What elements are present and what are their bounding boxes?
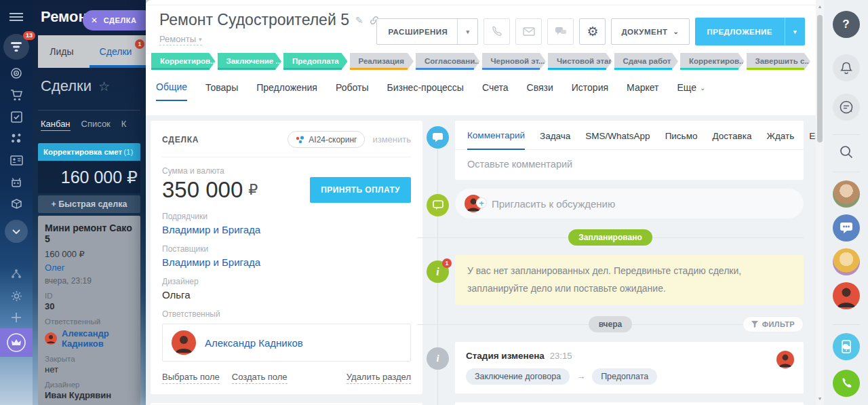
- tab-task[interactable]: Задача: [540, 130, 570, 149]
- stage-chip[interactable]: Согласовани...: [416, 53, 480, 70]
- extensions-dropdown[interactable]: ▾: [457, 19, 477, 44]
- comment-input[interactable]: Оставьте комментарий: [455, 150, 804, 180]
- edit-section-link[interactable]: изменить: [372, 134, 411, 144]
- sidebar-item-tasks[interactable]: [0, 106, 33, 128]
- responsible-name[interactable]: Александр Кадников: [205, 337, 303, 349]
- tab-wait[interactable]: Ждать: [766, 130, 794, 149]
- tab-more[interactable]: Еще⌄: [677, 81, 705, 101]
- tab-market[interactable]: Маркет: [627, 81, 658, 101]
- slider-close-pill[interactable]: ✕ СДЕЛКА: [83, 10, 154, 31]
- sidebar-item-robot[interactable]: [0, 171, 33, 193]
- tab-robots[interactable]: Роботы: [336, 81, 368, 101]
- sidebar-settings-icon[interactable]: [0, 285, 33, 307]
- scroll-up-arrow[interactable]: ▲: [816, 4, 824, 9]
- stage-chip[interactable]: Корректиров...: [680, 53, 745, 70]
- email-button[interactable]: [515, 18, 542, 45]
- kanban-background-page: Ремонт Лиды Сделки 1 Сделки ☆ Канбан Спи…: [33, 0, 146, 405]
- breadcrumb[interactable]: Ремонты ▾: [159, 34, 202, 45]
- timeline-entry[interactable]: i Стадия изменена 23:15 Корректировка см…: [417, 402, 804, 405]
- create-field-link[interactable]: Создать поле: [232, 372, 288, 384]
- sidebar-item-premium[interactable]: [0, 328, 33, 357]
- invite-box[interactable]: + Пригласить к обсуждению: [455, 189, 804, 218]
- scrollbar-thumb[interactable]: [817, 15, 823, 142]
- stage-chip[interactable]: Корректиров...: [151, 53, 216, 70]
- deal-kanban-card[interactable]: Мини ремонт Сако 5 160 000 ₽ Олег вчера,…: [38, 216, 140, 405]
- offer-button[interactable]: ПРЕДЛОЖЕНИЕ ▾: [695, 18, 806, 45]
- document-button[interactable]: ДОКУМЕНТ ⌄: [611, 18, 689, 45]
- ai-scoring-pill[interactable]: AI24-скоринг: [288, 131, 365, 148]
- sidebar-item-contacts[interactable]: [0, 149, 33, 171]
- sidebar-item-crm[interactable]: 13: [3, 34, 29, 60]
- responsible-field[interactable]: Александр Кадников: [162, 324, 411, 362]
- edit-title-icon[interactable]: ✎: [355, 15, 363, 26]
- recent-chat-avatar[interactable]: [833, 282, 860, 309]
- sidebar-item-shop[interactable]: [0, 84, 33, 106]
- sidebar-item-goals[interactable]: [0, 62, 33, 84]
- telephony-button[interactable]: [833, 370, 860, 397]
- sidebar-item-structure[interactable]: [0, 263, 33, 285]
- sidebar-item-network[interactable]: [0, 128, 33, 149]
- mobile-app-button[interactable]: [833, 333, 860, 360]
- notifications-button[interactable]: [833, 54, 860, 81]
- menu-icon[interactable]: [0, 5, 33, 28]
- tab-general[interactable]: Общие: [156, 81, 187, 101]
- offer-dropdown[interactable]: ▾: [785, 18, 805, 45]
- accept-payment-button[interactable]: ПРИНЯТЬ ОПЛАТУ: [310, 177, 411, 203]
- tab-sms[interactable]: SMS/WhatsApp: [585, 130, 650, 149]
- tab-invoices[interactable]: Счета: [482, 81, 509, 101]
- field-value-link[interactable]: Владимир и Бригада: [162, 224, 411, 235]
- view-list[interactable]: Список: [81, 119, 111, 131]
- tab-bizproc[interactable]: Бизнес-процессы: [387, 81, 463, 101]
- recent-chat-avatar[interactable]: [833, 248, 860, 275]
- delete-section-link[interactable]: Удалить раздел: [347, 372, 411, 384]
- timeline-entry[interactable]: i Стадия изменена 23:15 Заключение догов…: [417, 342, 804, 393]
- deal-title[interactable]: Ремонт Судостроителей 5: [159, 11, 349, 29]
- tab-history[interactable]: История: [572, 81, 608, 101]
- call-button[interactable]: [484, 18, 510, 45]
- sidebar-item-products[interactable]: [0, 193, 33, 214]
- stage-chip[interactable]: Черновой эт...: [482, 53, 547, 70]
- card-contact-link[interactable]: Олег: [45, 263, 134, 273]
- quick-deal-button[interactable]: + Быстрая сделка: [38, 195, 140, 213]
- stage-chip[interactable]: Предоплата: [283, 53, 348, 70]
- sidebar-add-icon[interactable]: [0, 307, 33, 328]
- chat-button[interactable]: [547, 18, 574, 45]
- group-chat-button[interactable]: [833, 214, 860, 242]
- stage-chip[interactable]: Чистовой этап: [548, 53, 612, 70]
- help-button[interactable]: ?: [833, 11, 860, 38]
- search-button[interactable]: [839, 144, 854, 162]
- close-icon[interactable]: ✕: [91, 16, 98, 25]
- tab-leads[interactable]: Лиды: [38, 35, 85, 68]
- extensions-button[interactable]: РАСШИРЕНИЯ ▾: [376, 18, 478, 45]
- tab-quotes[interactable]: Предложения: [256, 81, 317, 101]
- recent-chat-avatar[interactable]: [833, 180, 860, 208]
- select-field-link[interactable]: Выбрать поле: [162, 372, 220, 384]
- tab-delivery[interactable]: Доставка: [712, 130, 751, 149]
- divider: [833, 172, 860, 172]
- tab-deals[interactable]: Сделки 1: [85, 35, 146, 68]
- vertical-scrollbar[interactable]: ▲ ▼: [816, 0, 824, 405]
- tab-relations[interactable]: Связи: [527, 81, 553, 101]
- stage-chip[interactable]: Реализация: [350, 53, 414, 70]
- messenger-button[interactable]: [833, 94, 860, 121]
- view-kanban[interactable]: Канбан: [41, 119, 71, 131]
- tab-products[interactable]: Товары: [205, 81, 238, 101]
- add-participant-icon[interactable]: +: [476, 197, 487, 208]
- entry-author-avatar[interactable]: [776, 351, 794, 368]
- stage-chip[interactable]: Сдача работ: [614, 53, 679, 70]
- tab-comment[interactable]: Комментарий: [467, 130, 525, 150]
- tab-more[interactable]: Еще⌄: [809, 130, 816, 149]
- responsible-person[interactable]: Александр Кадников: [45, 328, 134, 349]
- tab-mail[interactable]: Письмо: [665, 130, 698, 149]
- sidebar-expand-icon[interactable]: [5, 220, 28, 243]
- kanban-column-header[interactable]: Корректировка смет (1): [38, 143, 140, 161]
- field-value-link[interactable]: Владимир и Бригада: [162, 256, 411, 268]
- chat-bubbles-icon: [555, 26, 567, 37]
- favorite-star-icon[interactable]: ☆: [98, 79, 110, 94]
- scroll-down-arrow[interactable]: ▼: [816, 396, 824, 401]
- view-third[interactable]: К: [121, 119, 127, 131]
- stage-chip[interactable]: Завершить с...: [747, 53, 811, 70]
- stage-chip[interactable]: Заключение ...: [218, 53, 282, 70]
- settings-button[interactable]: ⚙: [579, 18, 606, 45]
- filter-button[interactable]: ФИЛЬТР: [743, 316, 804, 332]
